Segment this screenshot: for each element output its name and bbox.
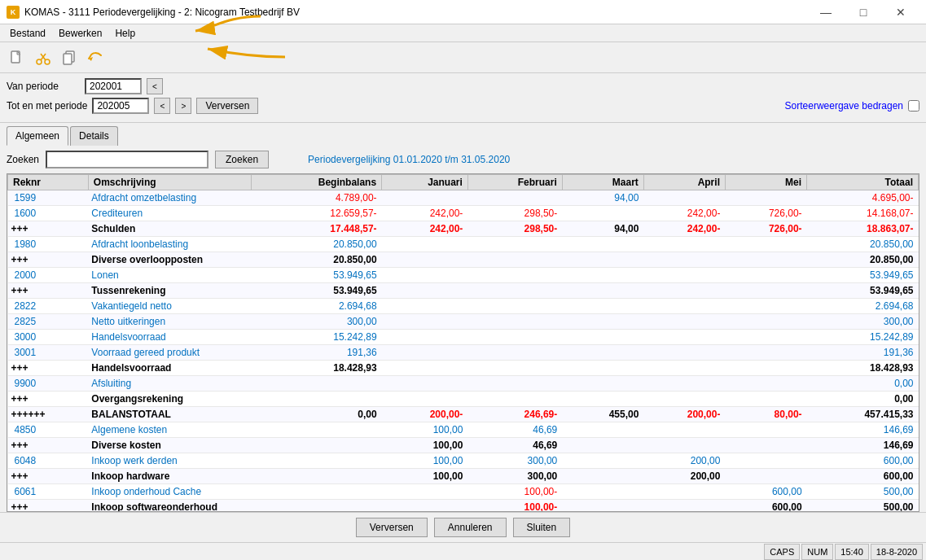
table-row: 1599 Afdracht omzetbelasting 4.789,00- 9…	[8, 190, 919, 206]
table-cell	[562, 330, 643, 345]
table-cell: 46,69	[467, 422, 562, 438]
table-cell: 600,00	[807, 453, 919, 469]
table-cell: 53.949,65	[807, 283, 919, 299]
tab-details[interactable]: Details	[70, 126, 118, 146]
annuleren-button[interactable]: Annuleren	[434, 518, 507, 537]
table-cell: 146,69	[807, 438, 919, 453]
tot-periode-input[interactable]	[92, 98, 149, 114]
table-cell: 242,00-	[643, 206, 725, 221]
cell-reknr: +++	[8, 438, 89, 453]
table-cell	[562, 484, 643, 500]
cell-omsch: Inkoop hardware	[88, 469, 251, 484]
table-cell: 100,00	[382, 469, 468, 484]
table-cell: 200,00	[643, 453, 725, 469]
data-table-wrapper[interactable]: Reknr Omschrijving Beginbalans Januari F…	[7, 173, 919, 512]
cell-reknr: +++	[8, 500, 89, 513]
table-cell	[467, 237, 562, 252]
table-cell: 18.863,07-	[807, 221, 919, 237]
table-body: 1599 Afdracht omzetbelasting 4.789,00- 9…	[8, 190, 919, 513]
table-cell	[725, 438, 806, 453]
verversen-button[interactable]: Verversen	[356, 518, 428, 537]
window-title: KOMAS - 3111 Periodevergelijking - 2: Ni…	[24, 7, 300, 18]
table-cell: 20.850,00	[251, 237, 381, 252]
table-cell: 242,00-	[382, 206, 468, 221]
van-periode-label: Van periode	[7, 81, 80, 92]
copy-button[interactable]	[57, 46, 81, 69]
close-button[interactable]: ✕	[882, 0, 919, 24]
van-periode-input[interactable]	[85, 78, 142, 94]
table-cell: 53.949,65	[807, 268, 919, 283]
table-cell	[251, 438, 381, 453]
table-cell	[725, 190, 806, 206]
table-cell: 17.448,57-	[251, 221, 381, 237]
table-cell	[251, 500, 381, 513]
new-button[interactable]	[5, 46, 29, 69]
table-cell: 300,00	[467, 453, 562, 469]
table-cell: 298,50-	[467, 206, 562, 221]
table-cell	[643, 438, 725, 453]
table-cell	[251, 484, 381, 500]
sluiten-button[interactable]: Sluiten	[513, 518, 571, 537]
verversen-top-button[interactable]: Verversen	[196, 98, 258, 114]
table-cell	[382, 283, 468, 299]
table-cell	[382, 361, 468, 376]
table-cell: 500,00	[807, 500, 919, 513]
table-cell: 242,00-	[643, 221, 725, 237]
maximize-button[interactable]: □	[845, 0, 882, 24]
table-cell	[382, 268, 468, 283]
van-prev-button[interactable]: <	[147, 78, 163, 94]
table-cell	[643, 500, 725, 513]
minimize-button[interactable]: —	[807, 0, 845, 24]
table-cell	[467, 268, 562, 283]
table-cell: 15.242,89	[807, 330, 919, 345]
menu-help[interactable]: Help	[108, 24, 142, 42]
cell-reknr: 6061	[8, 484, 89, 500]
table-cell	[643, 361, 725, 376]
tab-algemeen[interactable]: Algemeen	[7, 126, 68, 146]
table-cell: 600,00	[807, 469, 919, 484]
cell-omsch: Voorraad gereed produkt	[88, 345, 251, 361]
table-cell	[562, 345, 643, 361]
tot-next-button[interactable]: >	[175, 98, 191, 114]
period-text: Periodevergelijking 01.01.2020 t/m 31.05…	[308, 154, 510, 165]
table-cell: 46,69	[467, 438, 562, 453]
table-cell: 726,00-	[725, 221, 806, 237]
search-button[interactable]: Zoeken	[215, 151, 269, 168]
table-cell	[562, 299, 643, 314]
table-cell	[467, 283, 562, 299]
table-row: +++ Handelsvoorraad 18.428,93 18.428,93	[8, 361, 919, 376]
tot-periode-row: Tot en met periode < > Verversen Sorteer…	[7, 98, 919, 114]
date-indicator: 18-8-2020	[871, 544, 923, 560]
num-indicator: NUM	[801, 544, 833, 560]
cell-omsch: Tussenrekening	[88, 283, 251, 299]
table-cell	[643, 252, 725, 268]
table-cell: 100,00-	[467, 484, 562, 500]
cell-reknr: +++	[8, 392, 89, 407]
cell-omsch: Overgangsrekening	[88, 392, 251, 407]
cell-omsch: Lonen	[88, 268, 251, 283]
cut-button[interactable]	[31, 46, 55, 69]
table-cell	[467, 330, 562, 345]
table-cell	[382, 392, 468, 407]
cell-reknr: 6048	[8, 453, 89, 469]
tot-prev-button[interactable]: <	[154, 98, 170, 114]
cell-reknr: +++	[8, 361, 89, 376]
app-icon: K	[7, 6, 20, 19]
cell-omsch: Diverse overloopposten	[88, 252, 251, 268]
table-row: +++ Inkoop hardware 100,00 300,00 200,00…	[8, 469, 919, 484]
table-cell: 100,00	[382, 453, 468, 469]
table-cell	[562, 237, 643, 252]
search-input[interactable]	[46, 151, 208, 168]
svg-rect-6	[64, 54, 72, 64]
back-button[interactable]	[83, 46, 108, 69]
menu-bestand[interactable]: Bestand	[3, 24, 52, 42]
table-cell	[562, 453, 643, 469]
table-cell	[643, 345, 725, 361]
menu-bewerken[interactable]: Bewerken	[52, 24, 108, 42]
table-cell: 4.789,00-	[251, 190, 381, 206]
table-cell	[562, 376, 643, 392]
table-cell: 600,00	[725, 500, 806, 513]
table-cell	[562, 469, 643, 484]
sorteer-label[interactable]: Sorteerweergave bedragen	[785, 100, 903, 112]
sorteer-checkbox[interactable]	[908, 100, 919, 112]
